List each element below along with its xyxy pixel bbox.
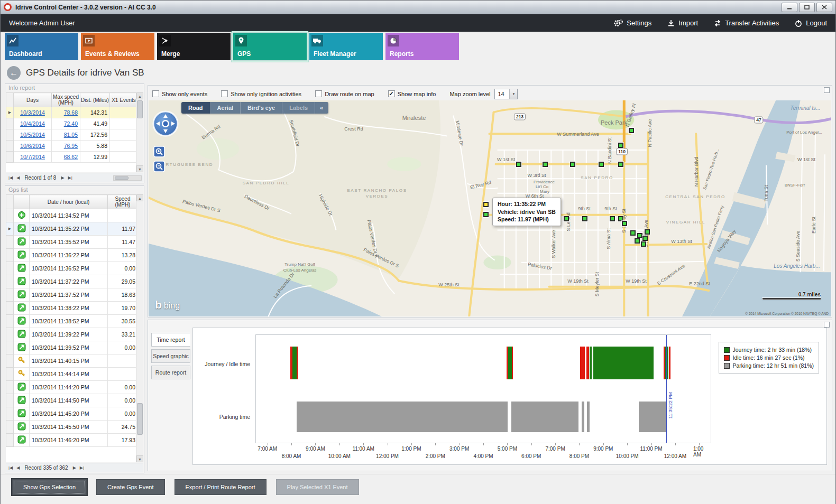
gps-list-row[interactable]: 10/3/2014 11:38:52 PM30.55: [6, 315, 138, 328]
info-report-row[interactable]: ▶10/3/201478.68142.31: [6, 107, 138, 118]
day-link[interactable]: 10/4/2014: [14, 118, 52, 129]
map-zoom-out-button[interactable]: [153, 161, 165, 173]
checkbox-show-map-info[interactable]: ✓Show map info: [388, 90, 436, 97]
import-button[interactable]: Import: [667, 19, 698, 27]
next-record-button[interactable]: ▶: [60, 175, 65, 180]
gps-marker[interactable]: [516, 162, 521, 167]
gps-col-header-date-hour-local[interactable]: Date / hour (local): [30, 195, 108, 209]
next-record-button[interactable]: ▶: [72, 465, 77, 470]
max-speed-link[interactable]: 78.68: [52, 107, 80, 118]
scrollbar-thumb[interactable]: [115, 176, 128, 180]
scroll-down-icon[interactable]: ▼: [136, 165, 143, 172]
window-titlebar[interactable]: Idrive Control Center - 3.0.2 version - …: [1, 1, 835, 14]
back-button[interactable]: ←: [7, 66, 21, 80]
max-speed-link[interactable]: 72.40: [52, 118, 80, 129]
nav-tile-gps[interactable]: GPS: [233, 33, 307, 60]
gps-marker[interactable]: [549, 216, 555, 221]
map-canvas[interactable]: MiralestePeck ParkCrest RdBurma RdSouthf…: [149, 100, 831, 316]
info-col-header-x1-events[interactable]: X1 Events: [110, 93, 138, 107]
gps-marker[interactable]: [483, 212, 489, 217]
scrollbar-thumb[interactable]: [137, 100, 143, 118]
info-report-row[interactable]: 10/4/201472.4041.49: [6, 118, 138, 129]
info-report-row[interactable]: 10/7/201468.6212.99: [6, 152, 138, 163]
map-collapse-button[interactable]: «: [315, 102, 328, 114]
transfer-activities-button[interactable]: Transfer Activities: [714, 19, 779, 27]
gps-list-row[interactable]: 10/3/2014 11:44:50 PM0.00: [6, 394, 138, 407]
day-link[interactable]: 10/7/2014: [14, 152, 52, 163]
nav-tile-events-reviews[interactable]: Events & Reviews: [81, 33, 154, 60]
close-button[interactable]: [816, 3, 832, 12]
gps-marker[interactable]: [629, 128, 634, 133]
vertical-scrollbar[interactable]: ▲ ▼: [136, 194, 143, 462]
map-style-bird-s-eye[interactable]: Bird's eye: [241, 102, 282, 114]
gps-marker[interactable]: [635, 238, 640, 244]
gps-list-row[interactable]: 10/3/2014 11:37:52 PM18.63: [6, 288, 138, 302]
nav-tile-merge[interactable]: Merge: [157, 33, 231, 60]
map-zoom-dropdown[interactable]: 14 ▼: [494, 89, 518, 99]
create-gps-event-button[interactable]: Create Gps Event: [96, 479, 164, 495]
gps-list-row[interactable]: 10/3/2014 11:39:22 PM33.21: [6, 328, 138, 341]
info-col-header-max-speed-mph[interactable]: Max speed (MPH): [52, 93, 80, 107]
scroll-up-icon[interactable]: ▲: [136, 92, 143, 99]
last-record-button[interactable]: ▶|: [67, 175, 74, 180]
checkbox-draw-route-on-map[interactable]: Draw route on map: [315, 90, 374, 97]
map-compass-control[interactable]: [152, 110, 179, 138]
gps-list-row[interactable]: 10/3/2014 11:44:20 PM0.00: [6, 381, 138, 394]
gps-list-row[interactable]: 10/3/2014 11:45:50 PM24.75: [6, 421, 138, 434]
map-style-labels[interactable]: Labels: [282, 102, 315, 114]
gps-marker[interactable]: [637, 233, 642, 238]
info-col-header-dist-miles[interactable]: Dist. (Miles): [80, 93, 110, 107]
expand-panel-icon[interactable]: [824, 322, 830, 328]
minimize-button[interactable]: [782, 3, 797, 12]
gps-list-row[interactable]: 10/3/2014 11:36:22 PM13.28: [6, 249, 138, 262]
gps-marker[interactable]: [641, 241, 646, 247]
settings-button[interactable]: Settings: [613, 19, 651, 27]
logout-button[interactable]: Logout: [795, 19, 827, 27]
maximize-button[interactable]: [799, 3, 815, 12]
gps-marker[interactable]: [642, 236, 648, 241]
info-col-header-days[interactable]: Days: [14, 93, 52, 107]
prev-record-button[interactable]: ◀: [15, 465, 21, 470]
horizontal-scrollbar[interactable]: [113, 175, 142, 181]
map-zoom-in-button[interactable]: [153, 146, 165, 158]
gps-marker[interactable]: [618, 162, 623, 167]
export-print-route-report-button[interactable]: Export / Print Route Report: [174, 479, 267, 495]
gps-marker[interactable]: [564, 216, 569, 221]
gps-list-row[interactable]: 10/3/2014 11:34:52 PM: [6, 209, 138, 222]
nav-tile-reports[interactable]: Reports: [385, 33, 459, 60]
gps-col-header-speed-mph[interactable]: Speed (MPH): [108, 195, 138, 209]
gps-marker[interactable]: [582, 216, 587, 221]
gps-list-row[interactable]: 10/3/2014 11:37:22 PM29.05: [6, 275, 138, 288]
gps-list-row[interactable]: 10/3/2014 11:35:52 PM11.47: [6, 236, 138, 249]
first-record-button[interactable]: |◀: [7, 175, 14, 180]
vertical-scrollbar[interactable]: ▲ ▼: [136, 92, 143, 172]
gps-list-row[interactable]: 10/3/2014 11:40:15 PM: [6, 354, 138, 368]
gps-list-row[interactable]: 10/3/2014 11:38:22 PM19.70: [6, 302, 138, 315]
gps-list-row[interactable]: 10/3/2014 11:36:52 PM0.00: [6, 262, 138, 275]
gps-marker[interactable]: [630, 230, 636, 236]
first-record-button[interactable]: |◀: [7, 465, 14, 470]
show-gps-selection-button[interactable]: Show Gps Selection: [12, 479, 87, 495]
info-report-row[interactable]: 10/5/201481.05172.56: [6, 129, 138, 141]
gps-list-row[interactable]: 10/3/2014 11:44:14 PM: [6, 368, 138, 381]
tab-speed-graphic[interactable]: Speed graphic: [151, 349, 190, 363]
day-link[interactable]: 10/6/2014: [14, 141, 52, 152]
day-link[interactable]: 10/3/2014: [14, 107, 52, 118]
info-report-row[interactable]: 10/6/201476.955.88: [6, 141, 138, 152]
gps-list-row[interactable]: 10/3/2014 11:39:52 PM0.00: [6, 341, 138, 354]
expand-panel-icon[interactable]: [824, 87, 830, 93]
gps-marker[interactable]: [543, 162, 548, 167]
gps-list-row[interactable]: ▶10/3/2014 11:35:22 PM11.97: [6, 222, 138, 236]
gps-marker[interactable]: [610, 216, 615, 221]
selected-gps-marker[interactable]: [483, 202, 489, 207]
max-speed-link[interactable]: 76.95: [52, 141, 80, 152]
scroll-down-icon[interactable]: ▼: [136, 455, 143, 462]
gps-marker[interactable]: [645, 229, 650, 235]
gps-list-row[interactable]: 10/3/2014 11:45:20 PM0.00: [6, 407, 138, 421]
tab-time-report[interactable]: Time report: [151, 333, 190, 347]
gps-marker[interactable]: [599, 162, 604, 167]
day-link[interactable]: 10/5/2014: [14, 129, 52, 141]
gps-marker[interactable]: [618, 143, 623, 148]
scrollbar-thumb[interactable]: [137, 403, 143, 435]
gps-marker[interactable]: [570, 162, 575, 167]
